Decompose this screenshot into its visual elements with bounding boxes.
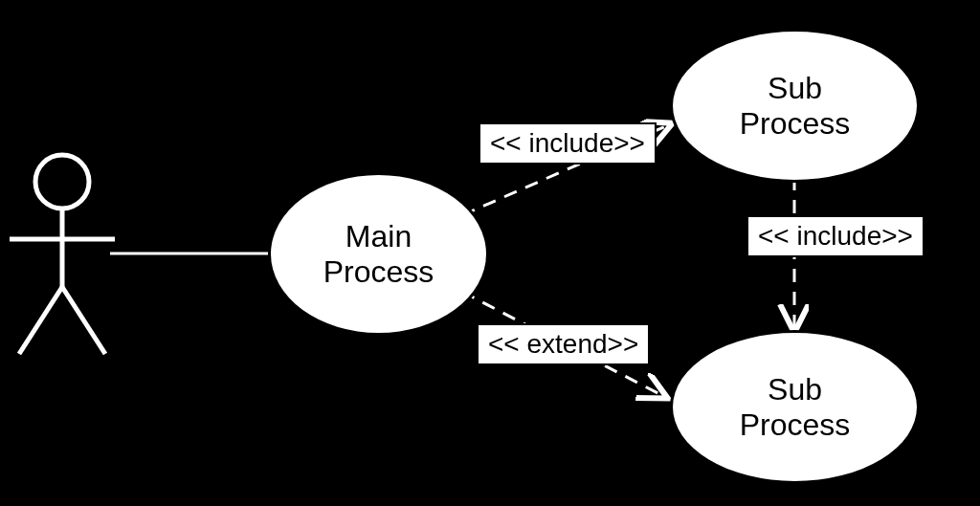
actor-icon (5, 139, 120, 367)
usecase-main-process: MainProcess (268, 172, 489, 336)
svg-line-8 (62, 287, 105, 354)
usecase-sub1-label: SubProcess (740, 71, 851, 142)
svg-point-4 (35, 155, 89, 209)
usecase-sub-process-1: SubProcess (670, 29, 920, 183)
relation-include-label-1: << include>> (479, 122, 657, 165)
svg-line-7 (19, 287, 62, 354)
relation-include-label-2: << include>> (746, 215, 924, 257)
usecase-sub-process-2: SubProcess (670, 330, 920, 484)
usecase-sub2-label: SubProcess (740, 372, 851, 443)
relation-extend-label: << extend>> (477, 323, 650, 365)
usecase-main-label: MainProcess (323, 219, 434, 290)
